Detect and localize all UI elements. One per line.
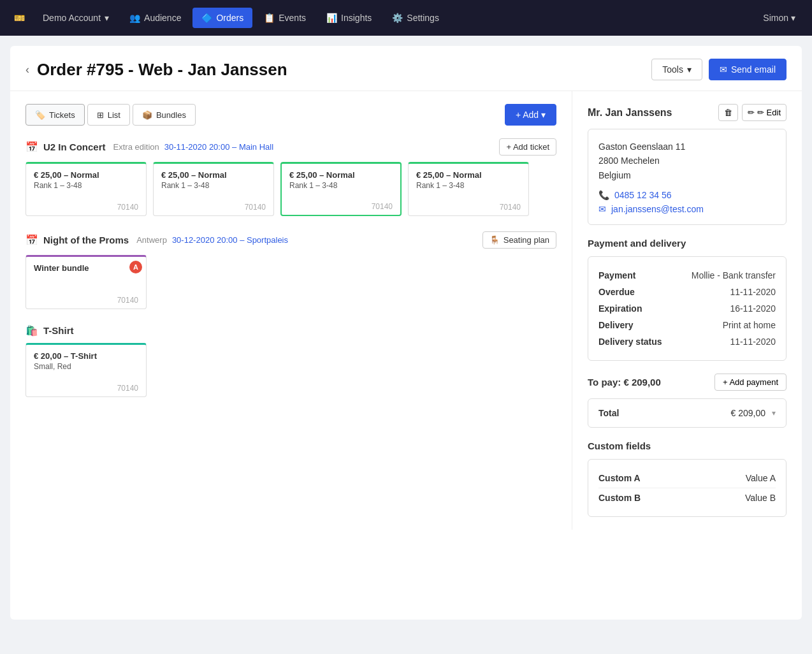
nav-audience-label: Audience (144, 13, 181, 23)
customer-phone: 0485 12 34 56 (614, 190, 672, 200)
total-right: € 209,00 ▾ (731, 408, 776, 418)
nav-demo-account[interactable]: Demo Account ▾ (34, 8, 118, 28)
add-ticket-button[interactable]: + Add ticket (499, 138, 556, 156)
delivery-status-value: 11-11-2020 (730, 337, 776, 347)
main-content: ‹ Order #795 - Web - Jan Janssen Tools ▾… (10, 46, 802, 620)
custom-fields-card: Custom A Value A Custom B Value B (588, 459, 787, 517)
overdue-value: 11-11-2020 (730, 287, 776, 297)
ticket-card[interactable]: € 25,00 – Normal Rank 1 – 3-48 70140 (408, 162, 529, 216)
event-section-proms: 📅 Night of the Proms Antwerp 30-12-2020 … (25, 231, 556, 309)
seat-icon: 🪑 (489, 235, 500, 245)
ticket-card[interactable]: € 25,00 – Normal Rank 1 – 3-48 70140 (153, 162, 274, 216)
calendar-icon: 📅 (25, 141, 38, 153)
ticket-rank: Rank 1 – 3-48 (161, 181, 266, 190)
nav-events[interactable]: 📋 Events (255, 8, 315, 28)
tab-bundles[interactable]: 📦 Bundles (133, 104, 196, 126)
nav-insights-label: Insights (341, 13, 372, 23)
delivery-value: Print at home (723, 320, 776, 330)
nav-audience[interactable]: 👥 Audience (120, 8, 190, 28)
nav-settings[interactable]: ⚙️ Settings (383, 8, 448, 28)
delivery-label: Delivery (598, 320, 633, 330)
tools-button[interactable]: Tools ▾ (651, 59, 702, 80)
payment-row-overdue: Overdue 11-11-2020 (598, 284, 776, 300)
back-button[interactable]: ‹ (25, 63, 29, 76)
address-line1: Gaston Geenslaan 11 (598, 140, 776, 154)
email-row[interactable]: ✉ jan.janssens@test.com (598, 204, 776, 214)
custom-value-b: Value B (745, 493, 776, 503)
edit-customer-button[interactable]: ✏ ✏ Edit (742, 104, 787, 121)
add-payment-button[interactable]: + Add payment (714, 374, 787, 391)
total-card: Total € 209,00 ▾ (588, 398, 787, 428)
address-line3: Belgium (598, 168, 776, 182)
nav-insights[interactable]: 📊 Insights (317, 8, 381, 28)
ticket-card[interactable]: € 25,00 – Normal Rank 1 – 3-48 70140 (25, 162, 147, 216)
brand-logo[interactable]: 🎫 (8, 8, 31, 28)
audience-icon: 👥 (129, 13, 140, 23)
ticket-tab-icon: 🏷️ (35, 110, 45, 120)
add-button[interactable]: + Add ▾ (505, 104, 556, 126)
event-section-u2: 📅 U2 In Concert Extra edition 30-11-2020… (25, 138, 556, 216)
bundle-badge: A (129, 261, 142, 273)
ticket-id: 70140 (289, 202, 393, 211)
event-u2-header: 📅 U2 In Concert Extra edition 30-11-2020… (25, 138, 556, 156)
payment-row-payment: Payment Mollie - Bank transfer (598, 267, 776, 284)
phone-row[interactable]: 📞 0485 12 34 56 (598, 190, 776, 200)
chevron-down-icon[interactable]: ▾ (772, 409, 776, 418)
address-line2: 2800 Mechelen (598, 154, 776, 168)
payment-value: Mollie - Bank transfer (692, 270, 776, 280)
nav-events-label: Events (279, 13, 306, 23)
tab-bar: 🏷️ Tickets ⊞ List 📦 Bundles + Add ▾ (25, 104, 556, 126)
bundle-card[interactable]: A Winter bundle 70140 (25, 255, 147, 309)
tab-list[interactable]: ⊞ List (87, 104, 130, 126)
nav-orders[interactable]: 🔷 Orders (192, 8, 252, 28)
ticket-rank: Rank 1 – 3-48 (34, 181, 138, 190)
seating-plan-button[interactable]: 🪑 Seating plan (482, 231, 556, 249)
right-panel: Mr. Jan Janssens 🗑 ✏ ✏ Edit Gaston Geens… (572, 91, 802, 530)
add-button-label: + Add ▾ (516, 110, 546, 120)
expiration-value: 16-11-2020 (730, 303, 776, 314)
send-email-label: Send email (731, 64, 776, 75)
events-icon: 📋 (264, 13, 275, 23)
delete-customer-button[interactable]: 🗑 (718, 104, 738, 121)
ticket-card-selected[interactable]: € 25,00 – Normal Rank 1 – 3-48 70140 (280, 162, 402, 216)
event-u2-title-row: 📅 U2 In Concert Extra edition 30-11-2020… (25, 141, 273, 153)
custom-value-a: Value A (746, 473, 776, 483)
ticket-id: 70140 (34, 203, 138, 212)
tshirt-card[interactable]: € 20,00 – T-Shirt Small, Red 70140 (25, 343, 147, 397)
ticket-price: € 25,00 – Normal (34, 170, 138, 180)
tools-button-label: Tools (662, 64, 683, 75)
tshirt-header: 🛍️ T-Shirt (25, 324, 556, 337)
event-u2-detail: Extra edition (113, 142, 159, 152)
overdue-label: Overdue (598, 287, 635, 297)
customer-contact: 📞 0485 12 34 56 ✉ jan.janssens@test.com (598, 190, 776, 214)
send-email-button[interactable]: ✉ Send email (709, 59, 787, 80)
customer-address: Gaston Geenslaan 11 2800 Mechelen Belgiu… (598, 140, 776, 182)
ticket-price: € 25,00 – Normal (289, 170, 393, 180)
custom-row-b: Custom B Value B (598, 488, 776, 507)
proms-bundle-grid: A Winter bundle 70140 (25, 255, 556, 309)
event-u2-name: U2 In Concert (43, 142, 106, 152)
tshirt-price: € 20,00 – T-Shirt (34, 351, 138, 361)
user-name: Simon (763, 13, 788, 23)
tshirt-variant: Small, Red (34, 362, 138, 371)
tab-tickets[interactable]: 🏷️ Tickets (25, 104, 85, 126)
payment-row-expiration: Expiration 16-11-2020 (598, 300, 776, 317)
event-proms-name: Night of the Proms (43, 235, 129, 245)
custom-key-a: Custom A (598, 473, 641, 483)
u2-ticket-grid: € 25,00 – Normal Rank 1 – 3-48 70140 € 2… (25, 162, 556, 216)
event-proms-title-row: 📅 Night of the Proms Antwerp 30-12-2020 … (25, 234, 288, 246)
custom-row-a: Custom A Value A (598, 469, 776, 488)
payment-section-title: Payment and delivery (588, 238, 787, 249)
nav-demo-account-label: Demo Account (43, 13, 101, 23)
payment-row-delivery-status: Delivery status 11-11-2020 (598, 333, 776, 350)
delivery-status-label: Delivery status (598, 337, 662, 347)
seating-plan-label: Seating plan (504, 235, 549, 245)
custom-fields-title: Custom fields (588, 440, 787, 451)
payment-card: Payment Mollie - Bank transfer Overdue 1… (588, 256, 787, 361)
to-pay-row: To pay: € 209,00 + Add payment (588, 374, 787, 391)
settings-icon: ⚙️ (392, 13, 403, 23)
user-menu[interactable]: Simon ▾ (754, 8, 804, 28)
total-label: Total (598, 408, 619, 418)
tools-chevron-icon: ▾ (687, 64, 692, 75)
edit-label: ✏ Edit (757, 108, 781, 117)
